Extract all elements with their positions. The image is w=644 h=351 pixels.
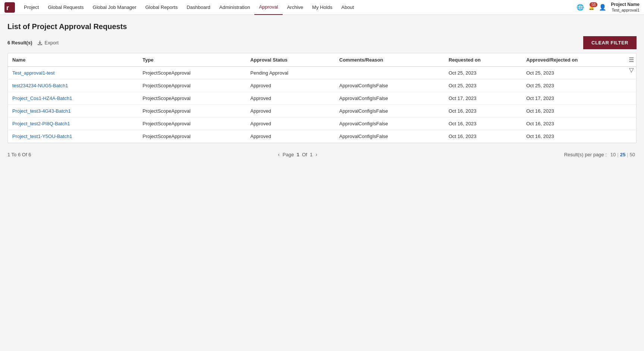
- row-name-cell[interactable]: Project_test3-4G43-Batch1: [8, 105, 138, 117]
- row-name-link[interactable]: Project_Cos1-HZ4A-Batch1: [12, 95, 72, 101]
- col-header-type: Type: [138, 53, 246, 67]
- table-header: NameTypeApproval StatusComments/ReasonRe…: [8, 53, 636, 67]
- nav-item-project[interactable]: Project: [19, 0, 43, 15]
- page-label: Page: [283, 152, 294, 157]
- row-cell: Oct 16, 2023: [444, 105, 522, 117]
- of-label: Of: [302, 152, 307, 157]
- main-content: List of Project Approval Requests 6 Resu…: [0, 15, 644, 147]
- row-cell: Oct 25, 2023: [444, 79, 522, 92]
- nav-item-archive[interactable]: Archive: [283, 0, 308, 15]
- row-cell: Oct 16, 2023: [522, 117, 636, 130]
- row-cell: Pending Approval: [246, 67, 334, 79]
- row-cell: Oct 16, 2023: [444, 117, 522, 130]
- project-name-label: Project Name: [611, 2, 640, 8]
- filter-icon[interactable]: ▽: [629, 66, 634, 73]
- row-name-link[interactable]: Test_approval1-test: [12, 70, 54, 76]
- row-cell: ProjectScopeApproval: [138, 79, 246, 92]
- row-cell: Oct 16, 2023: [522, 105, 636, 117]
- app-logo[interactable]: r: [4, 2, 15, 13]
- per-page-option-10[interactable]: 10: [609, 152, 617, 157]
- total-pages: 1: [310, 152, 312, 157]
- col-header-comments-reason: Comments/Reason: [335, 53, 444, 67]
- row-cell: ProjectScopeApproval: [138, 105, 246, 117]
- svg-text:r: r: [6, 4, 9, 12]
- per-page-option-50[interactable]: 50: [628, 152, 637, 157]
- per-page-option-25[interactable]: 25: [619, 152, 627, 157]
- approval-table: NameTypeApproval StatusComments/ReasonRe…: [8, 53, 636, 143]
- per-page-options: 10|25|50: [609, 152, 637, 157]
- table-row: test234234-NUG5-Batch1ProjectScopeApprov…: [8, 79, 636, 92]
- nav-item-global-requests[interactable]: Global Requests: [43, 0, 88, 15]
- next-page-button[interactable]: ›: [315, 151, 317, 157]
- nav-item-global-reports[interactable]: Global Reports: [141, 0, 182, 15]
- prev-page-button[interactable]: ‹: [278, 151, 280, 157]
- export-button[interactable]: Export: [37, 40, 59, 46]
- col-header-approved-rejected-on: Approved/Rejected on: [522, 53, 636, 67]
- clear-filter-button[interactable]: CLEAR FILTER: [583, 36, 637, 49]
- export-label: Export: [44, 40, 59, 46]
- columns-icon[interactable]: ☰: [629, 56, 634, 63]
- row-cell: ProjectScopeApproval: [138, 92, 246, 105]
- row-name-cell[interactable]: Project_test1-Y5OU-Batch1: [8, 130, 138, 143]
- row-name-link[interactable]: test234234-NUG5-Batch1: [12, 83, 68, 88]
- user-icon[interactable]: 👤: [599, 4, 606, 11]
- row-cell: Oct 25, 2023: [444, 67, 522, 79]
- col-header-name: Name: [8, 53, 138, 67]
- row-name-cell[interactable]: Project_Cos1-HZ4A-Batch1: [8, 92, 138, 105]
- nav-item-global-job-manager[interactable]: Global Job Manager: [88, 0, 141, 15]
- table-right-icons: ☰ ▽: [626, 53, 636, 76]
- row-cell: Approved: [246, 92, 334, 105]
- row-cell: ProjectScopeApproval: [138, 117, 246, 130]
- row-cell: Oct 25, 2023: [522, 79, 636, 92]
- page-title: List of Project Approval Requests: [7, 22, 637, 31]
- results-label: Result(s): [12, 40, 32, 46]
- table-container: NameTypeApproval StatusComments/ReasonRe…: [7, 53, 637, 143]
- row-cell: Oct 25, 2023: [522, 67, 636, 79]
- current-page: 1: [296, 152, 299, 157]
- export-icon: [37, 40, 43, 46]
- project-value: Test_approval1: [612, 7, 640, 13]
- nav-item-my-holds[interactable]: My Holds: [308, 0, 337, 15]
- table-row: Project_test2-PI8Q-Batch1ProjectScopeApp…: [8, 117, 636, 130]
- toolbar-left: 6 Result(s) Export: [7, 40, 59, 46]
- user-info: Project Name Test_approval1: [611, 2, 640, 13]
- table-row: Project_Cos1-HZ4A-Batch1ProjectScopeAppr…: [8, 92, 636, 105]
- row-cell: Approved: [246, 117, 334, 130]
- navbar: r ProjectGlobal RequestsGlobal Job Manag…: [0, 0, 644, 15]
- results-count: 6 Result(s): [7, 40, 32, 46]
- page-info: Page 1 Of 1: [283, 152, 312, 157]
- row-name-link[interactable]: Project_test2-PI8Q-Batch1: [12, 121, 70, 126]
- globe-icon[interactable]: 🌐: [577, 4, 584, 11]
- row-cell: ApprovalConfigIsFalse: [335, 92, 444, 105]
- nav-item-approval[interactable]: Approval: [254, 0, 282, 15]
- row-cell: ApprovalConfigIsFalse: [335, 130, 444, 143]
- row-cell: ApprovalConfigIsFalse: [335, 79, 444, 92]
- navbar-right: 🌐 🔔 58 👤 Project Name Test_approval1: [577, 2, 640, 13]
- row-cell: ApprovalConfigIsFalse: [335, 117, 444, 130]
- nav-item-about[interactable]: About: [337, 0, 358, 15]
- table-body: Test_approval1-testProjectScopeApprovalP…: [8, 67, 636, 143]
- col-header-requested-on: Requested on: [444, 53, 522, 67]
- row-name-cell[interactable]: Project_test2-PI8Q-Batch1: [8, 117, 138, 130]
- header-row: NameTypeApproval StatusComments/ReasonRe…: [8, 53, 636, 67]
- pagination-range: 1 To 6 Of 6: [7, 152, 31, 157]
- table-row: Project_test1-Y5OU-Batch1ProjectScopeApp…: [8, 130, 636, 143]
- row-name-link[interactable]: Project_test3-4G43-Batch1: [12, 108, 71, 114]
- row-cell: Oct 17, 2023: [444, 92, 522, 105]
- pagination-right: Result(s) per page : 10|25|50: [564, 152, 637, 157]
- row-name-cell[interactable]: test234234-NUG5-Batch1: [8, 79, 138, 92]
- pagination-center: ‹ Page 1 Of 1 ›: [278, 151, 317, 157]
- row-cell: Oct 16, 2023: [522, 130, 636, 143]
- row-cell: ProjectScopeApproval: [138, 130, 246, 143]
- col-header-approval-status: Approval Status: [246, 53, 334, 67]
- row-cell: Oct 16, 2023: [444, 130, 522, 143]
- row-name-link[interactable]: Project_test1-Y5OU-Batch1: [12, 134, 72, 139]
- pagination-bar: 1 To 6 Of 6 ‹ Page 1 Of 1 › Result(s) pe…: [0, 147, 644, 162]
- nav-item-dashboard[interactable]: Dashboard: [182, 0, 215, 15]
- row-cell: Approved: [246, 130, 334, 143]
- notification-button[interactable]: 🔔 58: [588, 4, 594, 10]
- nav-items: ProjectGlobal RequestsGlobal Job Manager…: [19, 0, 577, 15]
- nav-item-administration[interactable]: Administration: [215, 0, 254, 15]
- row-cell: Oct 17, 2023: [522, 92, 636, 105]
- row-name-cell[interactable]: Test_approval1-test: [8, 67, 138, 79]
